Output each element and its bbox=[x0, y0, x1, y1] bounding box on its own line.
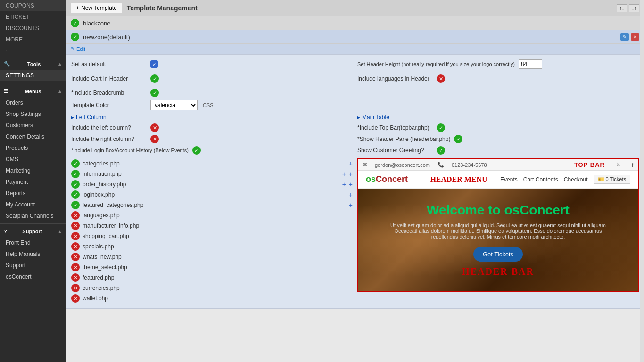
header-height-input[interactable] bbox=[519, 59, 542, 69]
sidebar-item-seatplan[interactable]: Seatplan Channels bbox=[0, 210, 66, 222]
sidebar-item-cms[interactable]: CMS bbox=[0, 154, 66, 165]
show-header-label: *Show Header Pane (headerbar.php) bbox=[357, 136, 450, 142]
file-plus-icon[interactable]: + bbox=[342, 181, 346, 188]
preview-welcome-text: Welcome to bbox=[427, 203, 504, 217]
sidebar-item-customers[interactable]: Customers bbox=[0, 120, 66, 131]
logo-os: os bbox=[366, 174, 376, 184]
include-topbar-row: *Include Top Bar(topbar.php) ✓ bbox=[357, 123, 639, 132]
left-column-header[interactable]: ▸ Left Column bbox=[71, 114, 353, 121]
template-color-select[interactable]: valencia bbox=[150, 100, 198, 110]
sidebar-item-help-manuals[interactable]: Help Manuals bbox=[0, 248, 66, 260]
left-column-section: ▸ Left Column Include the left column? ✕… bbox=[71, 114, 353, 304]
set-default-checkbox[interactable]: ✓ bbox=[150, 60, 158, 68]
file-item-specials: ✕ specials.php bbox=[71, 241, 353, 252]
file-plus-icon[interactable]: + bbox=[349, 160, 353, 167]
sidebar-item-coupons[interactable]: COUPONS bbox=[0, 0, 66, 11]
include-left-col-row: Include the left column? ✕ bbox=[71, 123, 353, 132]
include-right-col-row: Include the right column? ✕ bbox=[71, 135, 353, 143]
top-bar: + New Template Template Management ↑↓ ↓↑ bbox=[66, 0, 644, 16]
file-enabled-icon: ✓ bbox=[71, 201, 80, 209]
sidebar-item-eticket[interactable]: ETICKET bbox=[0, 11, 66, 23]
sidebar-item-marketing[interactable]: Marketing bbox=[0, 165, 66, 176]
file-item-theme-select: ✕ theme_select.php bbox=[71, 262, 353, 272]
sort-controls: ↑↓ ↓↑ bbox=[617, 4, 639, 12]
template-edit-button[interactable]: ✎ bbox=[620, 33, 629, 41]
scrollbar[interactable] bbox=[640, 0, 644, 362]
sort-asc-button[interactable]: ↑↓ bbox=[617, 4, 627, 12]
sidebar-item-discounts[interactable]: DISCOUNTS bbox=[0, 23, 66, 34]
template-preview: ✉ gordon@osconcert.com 📞 0123-234-5678 T… bbox=[357, 158, 639, 292]
file-name: specials.php bbox=[83, 243, 114, 250]
include-left-col-status: ✕ bbox=[150, 123, 159, 132]
file-name: loginbox.php bbox=[83, 191, 115, 198]
include-left-col-label: Include the left column? bbox=[71, 124, 147, 131]
css-label: .CSS bbox=[201, 102, 214, 108]
support-label: Support bbox=[22, 229, 42, 234]
file-plus-icon[interactable]: + bbox=[342, 170, 346, 178]
file-plus2-icon[interactable]: + bbox=[349, 170, 353, 178]
file-disabled-icon: ✕ bbox=[71, 242, 80, 251]
file-item-manufacturer: ✕ manufacturer_info.php bbox=[71, 221, 353, 231]
sidebar-item-front-end[interactable]: Front End bbox=[0, 237, 66, 248]
template-name-newzone: newzone(default) bbox=[83, 33, 617, 41]
include-right-col-status: ✕ bbox=[150, 135, 159, 143]
file-name: categories.php bbox=[83, 160, 120, 167]
sidebar-item-orders[interactable]: Orders bbox=[0, 97, 66, 108]
menus-label: Menus bbox=[25, 89, 41, 94]
tools-collapse-icon: ▲ bbox=[58, 61, 62, 66]
preview-phone-icon: 📞 bbox=[438, 162, 444, 168]
file-plus-icon[interactable]: + bbox=[349, 201, 353, 209]
main-table-header[interactable]: ▸ Main Table bbox=[357, 114, 639, 121]
preview-email: gordon@osconcert.com bbox=[375, 162, 430, 168]
file-disabled-icon: ✕ bbox=[71, 294, 80, 303]
tools-label: Tools bbox=[27, 61, 41, 67]
sidebar-item-shop-settings[interactable]: Shop Settings bbox=[0, 108, 66, 120]
file-item-languages: ✕ languages.php bbox=[71, 210, 353, 221]
sidebar-item-payment[interactable]: Payment bbox=[0, 176, 66, 188]
file-plus-icon[interactable]: + bbox=[349, 191, 353, 198]
sidebar-item-more[interactable]: MORE... bbox=[0, 34, 66, 45]
include-languages-row: Include languages in Header ✕ bbox=[357, 74, 639, 83]
nav-cart-contents: Cart Contents bbox=[523, 176, 558, 183]
sidebar-tools-header[interactable]: 🔧 Tools ▲ bbox=[0, 58, 66, 70]
include-cart-label: Include Cart in Header bbox=[71, 75, 147, 82]
sidebar-item-products[interactable]: Products bbox=[0, 142, 66, 154]
preview-get-tickets-button[interactable]: Get Tickets bbox=[473, 247, 523, 262]
sidebar-item-reports[interactable]: Reports bbox=[0, 188, 66, 199]
template-edit-link[interactable]: ✎ Edit bbox=[71, 46, 639, 52]
sidebar-item-osconcert[interactable]: osConcert bbox=[0, 271, 66, 282]
file-disabled-icon: ✕ bbox=[71, 232, 80, 240]
file-item-whats-new: ✕ whats_new.php bbox=[71, 252, 353, 262]
new-template-button[interactable]: + New Template bbox=[71, 3, 122, 13]
sort-desc-button[interactable]: ↓↑ bbox=[629, 4, 639, 12]
nav-cart-button: 🎫 0 Tickets bbox=[594, 175, 630, 184]
set-default-row: Set as default ✓ bbox=[71, 59, 353, 69]
file-enabled-icon: ✓ bbox=[71, 190, 80, 199]
sidebar-item-concert-details[interactable]: Concert Details bbox=[0, 131, 66, 142]
file-name: whats_new.php bbox=[83, 254, 122, 260]
template-delete-button[interactable]: ✕ bbox=[631, 33, 639, 41]
facebook-icon: f bbox=[632, 162, 633, 168]
preview-phone: 0123-234-5678 bbox=[452, 162, 487, 168]
template-color-label: Template Color bbox=[71, 102, 147, 108]
file-name: shopping_cart.php bbox=[83, 233, 129, 239]
show-greeting-row: Show Customer Greeting? ✓ bbox=[357, 146, 639, 155]
template-action-buttons: ✎ ✕ bbox=[620, 33, 639, 41]
file-name: languages.php bbox=[83, 212, 120, 219]
settings-row-2: Include Cart in Header ✓ Include languag… bbox=[71, 74, 639, 86]
file-enabled-icon: ✓ bbox=[71, 180, 80, 189]
sidebar-menus-header[interactable]: ☰ Menus ▲ bbox=[0, 85, 66, 97]
sidebar-item-settings[interactable]: SETTINGS bbox=[0, 70, 66, 81]
show-greeting-label: Show Customer Greeting? bbox=[357, 147, 433, 154]
file-item-wallet: ✕ wallet.php bbox=[71, 293, 353, 304]
file-item-information: ✓ information.php + + bbox=[71, 169, 353, 179]
include-cart-status: ✓ bbox=[150, 74, 159, 83]
header-height-row: Set Header Height (not really required i… bbox=[357, 59, 639, 69]
sidebar-item-support[interactable]: Support bbox=[0, 260, 66, 271]
include-breadcrumb-row: *Include Breadcrumb ✓ bbox=[71, 89, 639, 97]
sidebar-item-my-account[interactable]: My Account bbox=[0, 199, 66, 210]
file-item-featured-categories: ✓ featured_categories.php + bbox=[71, 200, 353, 210]
sidebar-support-header[interactable]: ? Support ▲ bbox=[0, 226, 66, 237]
file-plus2-icon[interactable]: + bbox=[349, 181, 353, 188]
sidebar: COUPONS ETICKET DISCOUNTS MORE... ... 🔧 … bbox=[0, 0, 66, 362]
